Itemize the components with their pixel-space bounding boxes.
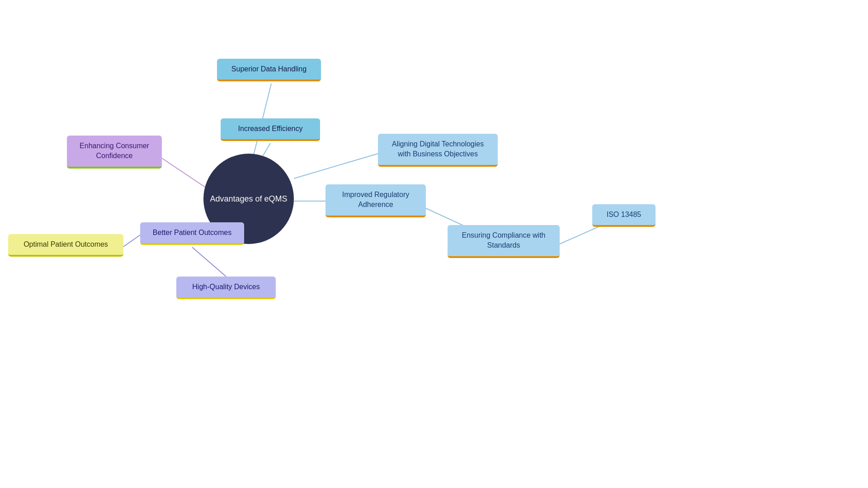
node-optimal-patient: Optimal Patient Outcomes (8, 234, 123, 257)
node-superior-data-label: Superior Data Handling (231, 65, 307, 73)
node-increased-efficiency-label: Increased Efficiency (238, 125, 303, 132)
node-optimal-patient-label: Optimal Patient Outcomes (24, 240, 108, 248)
node-improved-regulatory-label: Improved Regulatory Adherence (342, 191, 410, 208)
node-iso-13485-label: ISO 13485 (607, 211, 642, 218)
node-ensuring-compliance: Ensuring Compliance with Standards (448, 225, 560, 258)
node-iso-13485: ISO 13485 (592, 204, 656, 227)
node-improved-regulatory: Improved Regulatory Adherence (326, 184, 426, 217)
node-ensuring-compliance-label: Ensuring Compliance with Standards (462, 231, 546, 249)
node-increased-efficiency: Increased Efficiency (221, 118, 320, 141)
node-high-quality-label: High-Quality Devices (192, 283, 259, 291)
node-better-patient-label: Better Patient Outcomes (153, 229, 231, 236)
svg-line-6 (294, 154, 378, 178)
svg-line-2 (162, 158, 206, 188)
svg-line-4 (123, 235, 140, 247)
node-enhancing-consumer-label: Enhancing Consumer Confidence (80, 142, 149, 160)
node-superior-data: Superior Data Handling (217, 59, 321, 81)
node-better-patient: Better Patient Outcomes (140, 222, 244, 245)
svg-line-5 (192, 247, 226, 277)
node-enhancing-consumer: Enhancing Consumer Confidence (67, 136, 162, 169)
node-high-quality: High-Quality Devices (176, 277, 276, 299)
node-aligning-digital: Aligning Digital Technologies with Busin… (378, 134, 498, 167)
center-node-label: Advantages of eQMS (210, 194, 287, 204)
node-aligning-digital-label: Aligning Digital Technologies with Busin… (392, 140, 484, 158)
